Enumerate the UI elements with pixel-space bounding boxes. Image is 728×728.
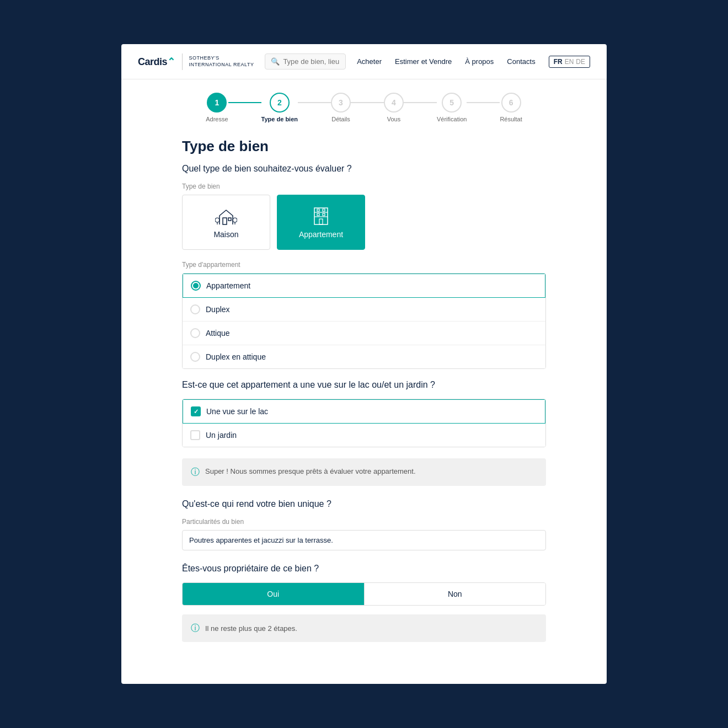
step-label-5: Vérification	[437, 116, 467, 122]
house-icon	[215, 206, 237, 226]
logo-area: Cardis⌃ SOTHEBY'S INTERNATIONAL REALTY	[138, 53, 254, 70]
card-maison[interactable]: Maison	[182, 195, 270, 250]
header: Cardis⌃ SOTHEBY'S INTERNATIONAL REALTY 🔍…	[121, 44, 607, 79]
checkbox-lac[interactable]: ✓ Une vue sur le lac	[183, 399, 545, 424]
step-5: 5 Vérification	[437, 93, 467, 122]
question-property-type: Quel type de bien souhaitez-vous évaluer…	[182, 164, 546, 174]
checkmark-lac: ✓	[194, 408, 199, 415]
step-circle-3[interactable]: 3	[331, 93, 351, 113]
building-icon	[310, 206, 332, 226]
question-owner: Êtes-vous propriétaire de ce bien ?	[182, 564, 546, 574]
svg-point-4	[233, 218, 237, 222]
radio-circle-appartement	[191, 281, 201, 291]
info-box-1: ⓘ Super ! Nous sommes presque prêts à év…	[182, 458, 546, 486]
radio-label-attique: Attique	[206, 329, 230, 338]
nav-estimate[interactable]: Estimer et Vendre	[395, 57, 452, 66]
steps-row: 1 Adresse 2 Type de bien 3 Détails 4 Vou…	[206, 93, 522, 122]
radio-appartement[interactable]: Appartement	[183, 274, 545, 298]
search-input[interactable]	[283, 57, 340, 66]
checkbox-jardin[interactable]: Un jardin	[183, 424, 545, 447]
radio-circle-duplex-attique	[190, 352, 200, 362]
page-wrapper: Cardis⌃ SOTHEBY'S INTERNATIONAL REALTY 🔍…	[121, 44, 607, 684]
checkbox-box-jardin	[190, 430, 200, 440]
radio-label-appartement: Appartement	[206, 281, 250, 290]
checkbox-label-lac: Une vue sur le lac	[206, 407, 268, 416]
sothebys-logo: SOTHEBY'S INTERNATIONAL REALTY	[189, 55, 254, 68]
svg-rect-0	[223, 218, 227, 224]
owner-yes-button[interactable]: Oui	[183, 583, 364, 605]
main-content: Type de bien Quel type de bien souhaitez…	[121, 127, 607, 664]
nav-about[interactable]: À propos	[465, 57, 494, 66]
card-appartement[interactable]: Appartement	[277, 195, 365, 250]
connector-1-2	[228, 102, 261, 103]
particuliers-input[interactable]	[182, 530, 546, 550]
step-3: 3 Détails	[331, 93, 351, 122]
lang-de[interactable]: DE	[576, 58, 585, 66]
svg-rect-10	[323, 209, 325, 211]
property-type-cards: Maison Appartement	[182, 195, 546, 250]
lang-en[interactable]: EN	[565, 58, 574, 66]
connector-3-4	[351, 102, 384, 103]
radio-attique[interactable]: Attique	[183, 322, 545, 345]
step-4: 4 Vous	[384, 93, 404, 122]
view-checkbox-group: ✓ Une vue sur le lac Un jardin	[182, 399, 546, 447]
step-circle-4[interactable]: 4	[384, 93, 404, 113]
question-view: Est-ce que cet appartement a une vue sur…	[182, 380, 546, 390]
owner-buttons: Oui Non	[182, 582, 546, 606]
step-2: 2 Type de bien	[261, 93, 298, 122]
step-circle-1[interactable]: 1	[207, 93, 227, 113]
step-1: 1 Adresse	[206, 93, 228, 122]
cardis-logo: Cardis⌃	[138, 56, 175, 68]
svg-rect-1	[228, 218, 231, 221]
connector-2-3	[298, 102, 331, 103]
radio-duplex-attique[interactable]: Duplex en attique	[183, 345, 545, 368]
info-box-2: ⓘ Il ne reste plus que 2 étapes.	[182, 614, 546, 642]
radio-duplex[interactable]: Duplex	[183, 298, 545, 322]
step-6: 6 Résultat	[500, 93, 522, 122]
svg-rect-12	[323, 213, 325, 216]
lang-switcher: FR EN DE	[549, 56, 590, 68]
radio-circle-attique	[190, 328, 200, 338]
step-label-1: Adresse	[206, 116, 228, 122]
lang-fr[interactable]: FR	[554, 58, 563, 66]
owner-no-button[interactable]: Non	[364, 583, 546, 605]
logo-divider	[182, 53, 183, 70]
step-label-6: Résultat	[500, 116, 522, 122]
checkbox-label-jardin: Un jardin	[206, 431, 237, 440]
step-circle-2[interactable]: 2	[270, 93, 290, 113]
info-icon-2: ⓘ	[191, 623, 200, 634]
progress-area: 1 Adresse 2 Type de bien 3 Détails 4 Vou…	[121, 79, 607, 127]
svg-rect-13	[319, 219, 323, 224]
step-label-2: Type de bien	[261, 116, 298, 122]
info-text-1: Super ! Nous sommes presque prêts à éval…	[205, 466, 416, 477]
checkbox-box-lac: ✓	[191, 406, 201, 416]
info-text-2: Il ne reste plus que 2 étapes.	[205, 624, 297, 633]
svg-rect-6	[314, 208, 328, 224]
connector-4-5	[404, 102, 437, 103]
nav-buy[interactable]: Acheter	[357, 57, 382, 66]
step-circle-6[interactable]: 6	[501, 93, 521, 113]
svg-rect-11	[317, 213, 319, 216]
page-title: Type de bien	[182, 138, 546, 155]
step-label-3: Détails	[331, 116, 350, 122]
step-circle-5[interactable]: 5	[442, 93, 462, 113]
info-icon-1: ⓘ	[191, 467, 200, 478]
field-label-apt-type: Type d'appartement	[182, 261, 546, 269]
svg-point-2	[215, 218, 220, 222]
card-appartement-label: Appartement	[299, 230, 343, 239]
apartment-type-radio-group: Appartement Duplex Attique Duplex en att…	[182, 273, 546, 369]
radio-circle-duplex	[190, 304, 200, 314]
search-icon: 🔍	[271, 57, 280, 66]
radio-label-duplex-attique: Duplex en attique	[206, 352, 266, 361]
radio-label-duplex: Duplex	[206, 305, 230, 314]
question-unique: Qu'est-ce qui rend votre bien unique ?	[182, 499, 546, 509]
step-label-4: Vous	[387, 116, 400, 122]
nav-links: Acheter Estimer et Vendre À propos Conta…	[357, 56, 590, 68]
field-label-type: Type de bien	[182, 183, 546, 190]
search-bar[interactable]: 🔍	[265, 53, 346, 69]
card-maison-label: Maison	[213, 230, 238, 239]
field-label-particuliers: Particularités du bien	[182, 518, 546, 526]
radio-inner-appartement	[193, 283, 199, 288]
nav-contacts[interactable]: Contacts	[507, 57, 535, 66]
connector-5-6	[467, 102, 500, 103]
